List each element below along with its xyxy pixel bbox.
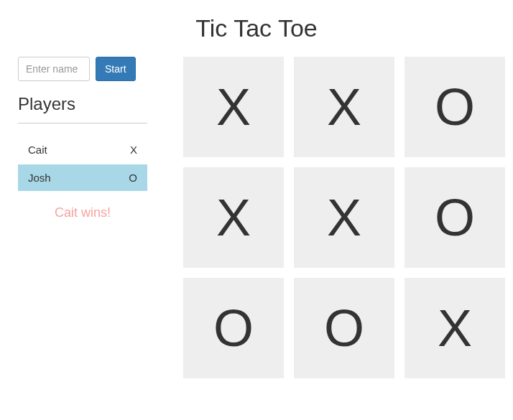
game-board: X X O X X O O O X (183, 57, 505, 378)
board-cell[interactable]: O (183, 278, 284, 378)
divider (18, 123, 147, 123)
player-name: Cait (28, 144, 47, 156)
player-symbol: O (129, 172, 137, 184)
player-row: Josh O (18, 164, 147, 191)
board-cell[interactable]: X (183, 57, 284, 157)
cell-mark: X (216, 192, 251, 243)
cell-mark: X (327, 81, 361, 133)
cell-mark: O (435, 81, 475, 133)
cell-mark: X (216, 81, 251, 133)
cell-mark: O (324, 302, 364, 354)
cell-mark: O (213, 302, 254, 354)
start-button[interactable]: Start (96, 57, 136, 81)
status-message: Cait wins! (18, 205, 147, 220)
cell-mark: X (327, 192, 361, 243)
player-row: Cait X (18, 136, 147, 163)
cell-mark: O (435, 192, 475, 243)
board-cell[interactable]: X (294, 57, 394, 157)
name-input[interactable] (18, 57, 90, 81)
board-cell[interactable]: X (183, 167, 284, 268)
board-cell[interactable]: O (405, 167, 505, 268)
new-player-form: Start (18, 57, 147, 81)
players-heading: Players (18, 94, 147, 114)
cell-mark: X (438, 302, 472, 354)
sidebar: Start Players Cait X Josh O Cait wins! (18, 57, 147, 378)
player-symbol: X (130, 144, 137, 156)
page-title: Tic Tac Toe (18, 14, 495, 42)
board-cell[interactable]: O (294, 278, 394, 378)
player-name: Josh (28, 172, 51, 184)
board-cell[interactable]: O (405, 57, 505, 157)
board-cell[interactable]: X (294, 167, 394, 268)
board-cell[interactable]: X (405, 278, 505, 378)
